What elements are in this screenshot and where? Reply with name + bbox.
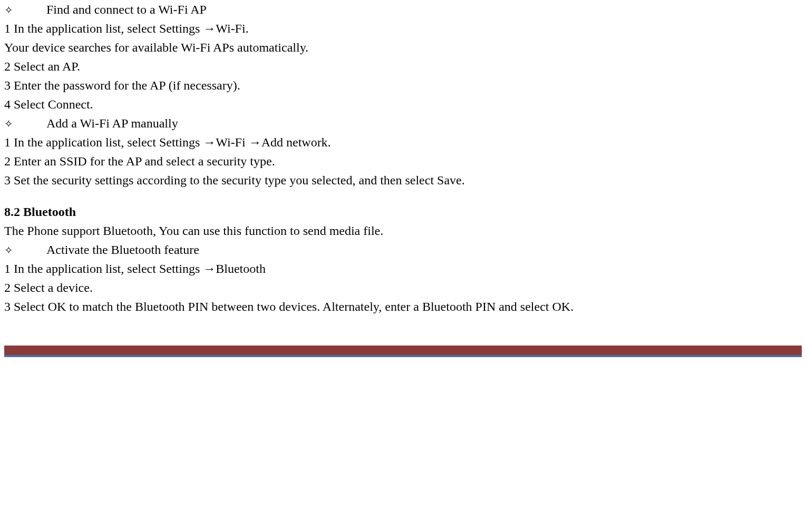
step-line: 3 Select OK to match the Bluetooth PIN b… [4, 297, 802, 316]
text-line: The Phone support Bluetooth, You can use… [4, 221, 802, 240]
step-line: 1 In the application list, select Settin… [4, 133, 802, 152]
text-line: Your device searches for available Wi-Fi… [4, 38, 802, 57]
diamond-icon: ✧ [4, 0, 46, 19]
step-line: 3 Enter the password for the AP (if nece… [4, 76, 802, 95]
diamond-icon: ✧ [4, 240, 46, 259]
step-line: 1 In the application list, select Settin… [4, 19, 802, 38]
footer-divider [4, 346, 802, 357]
step-line: 2 Select an AP. [4, 57, 802, 76]
step-line: 2 Select a device. [4, 278, 802, 297]
bullet-find-connect-wifi: ✧ Find and connect to a Wi-Fi AP [4, 0, 802, 19]
bullet-text: Add a Wi-Fi AP manually [46, 114, 178, 133]
arrow-icon: → [203, 262, 216, 275]
diamond-icon: ✧ [4, 114, 46, 133]
step-line: 3 Set the security settings according to… [4, 171, 802, 190]
bullet-activate-bluetooth: ✧ Activate the Bluetooth feature [4, 240, 802, 259]
section-heading-bluetooth: 8.2 Bluetooth [4, 202, 802, 221]
step-line: 1 In the application list, select Settin… [4, 259, 802, 278]
bullet-text: Activate the Bluetooth feature [46, 240, 199, 259]
arrow-icon: → [203, 22, 216, 35]
arrow-icon: → [203, 135, 216, 149]
step-line: 4 Select Connect. [4, 95, 802, 114]
bullet-text: Find and connect to a Wi-Fi AP [46, 0, 207, 19]
arrow-icon: → [249, 135, 261, 149]
step-line: 2 Enter an SSID for the AP and select a … [4, 152, 802, 171]
bullet-add-wifi-manually: ✧ Add a Wi-Fi AP manually [4, 114, 802, 133]
document-content: ✧ Find and connect to a Wi-Fi AP 1 In th… [4, 0, 802, 316]
